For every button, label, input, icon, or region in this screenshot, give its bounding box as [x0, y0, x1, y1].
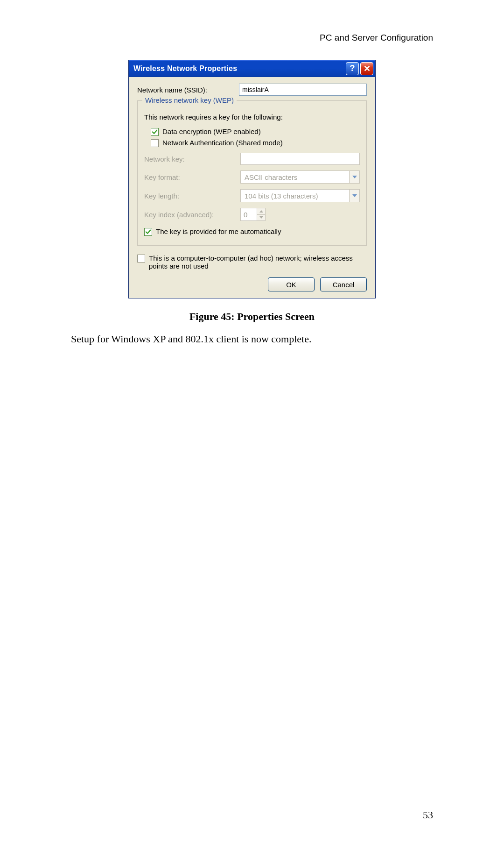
- chevron-up-icon: [259, 210, 263, 213]
- check-icon: [145, 229, 151, 235]
- key-index-label: Key index (advanced):: [144, 211, 237, 219]
- key-length-label: Key length:: [144, 192, 237, 200]
- page-header: PC and Server Configuration: [71, 33, 433, 43]
- close-button[interactable]: ✕: [360, 62, 373, 75]
- key-index-input: [241, 208, 257, 220]
- chevron-down-icon: [352, 194, 357, 197]
- titlebar: Wireless Network Properties ? ✕: [129, 60, 375, 77]
- wireless-properties-dialog: Wireless Network Properties ? ✕ Network …: [128, 60, 376, 298]
- key-length-select: 104 bits (13 characters): [240, 189, 360, 202]
- shared-mode-label: Network Authentication (Shared mode): [162, 139, 283, 147]
- ssid-label: Network name (SSID):: [137, 86, 235, 94]
- network-key-label: Network key:: [144, 155, 237, 163]
- wep-enabled-checkbox[interactable]: [151, 128, 159, 136]
- key-index-spinner: [240, 208, 266, 221]
- figure-caption: Figure 45: Properties Screen: [71, 311, 433, 323]
- key-format-select: ASCII characters: [240, 170, 360, 184]
- ssid-input[interactable]: [239, 84, 367, 96]
- wep-groupbox-legend: Wireless network key (WEP): [142, 96, 237, 104]
- wep-groupbox: Wireless network key (WEP) This network …: [137, 100, 367, 246]
- titlebar-title: Wireless Network Properties: [133, 64, 346, 73]
- key-auto-label: The key is provided for me automatically: [156, 227, 281, 235]
- wep-intro-text: This network requires a key for the foll…: [144, 113, 360, 121]
- help-button[interactable]: ?: [346, 62, 359, 75]
- shared-mode-checkbox[interactable]: [151, 139, 159, 147]
- key-auto-checkbox[interactable]: [144, 228, 152, 236]
- key-index-down-button: [257, 214, 265, 221]
- help-icon: ?: [350, 64, 355, 73]
- chevron-down-icon: [259, 216, 263, 219]
- wep-enabled-label: Data encryption (WEP enabled): [162, 128, 261, 135]
- check-icon: [152, 129, 158, 135]
- close-icon: ✕: [364, 64, 371, 74]
- page-number: 53: [423, 809, 433, 821]
- cancel-button[interactable]: Cancel: [320, 277, 367, 291]
- key-length-value: 104 bits (13 characters): [245, 192, 349, 200]
- key-length-dropdown-button: [349, 190, 359, 202]
- key-format-label: Key format:: [144, 173, 237, 181]
- chevron-down-icon: [352, 176, 357, 178]
- adhoc-checkbox[interactable]: [137, 255, 145, 262]
- ok-button[interactable]: OK: [268, 277, 315, 291]
- network-key-input: [240, 153, 360, 165]
- body-paragraph: Setup for Windows XP and 802.1x client i…: [71, 333, 433, 345]
- key-format-value: ASCII characters: [245, 173, 349, 181]
- key-index-up-button: [257, 208, 265, 214]
- adhoc-label: This is a computer-to-computer (ad hoc) …: [149, 254, 367, 270]
- key-format-dropdown-button: [349, 171, 359, 183]
